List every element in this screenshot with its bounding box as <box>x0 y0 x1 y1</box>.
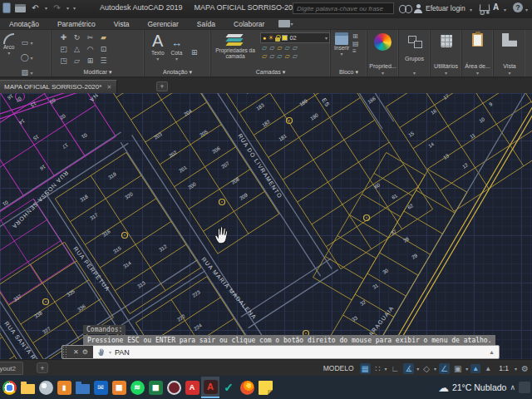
help-icon[interactable]: ? <box>513 2 523 12</box>
taskbar-earth[interactable] <box>37 377 55 398</box>
help-caret-icon[interactable]: ▾ <box>525 7 528 12</box>
text-label[interactable]: Texto <box>151 50 165 56</box>
layer-tool-icon[interactable]: ▱ <box>277 52 282 60</box>
explode-icon[interactable]: ⊡ <box>98 44 109 54</box>
weather-text[interactable]: 21°C Nublado <box>452 382 507 392</box>
arc-caret-icon[interactable]: ▾ <box>3 50 14 56</box>
rectangle-icon[interactable]: ▭ <box>19 37 30 47</box>
panel-groups-collapsed[interactable]: Grupos ▾ <box>399 30 431 76</box>
dim-caret-icon[interactable]: ▾ <box>171 56 183 62</box>
command-bar-grip[interactable] <box>62 346 68 358</box>
erase-icon[interactable]: ▰ <box>98 32 109 42</box>
taskbar-autocad-active[interactable]: A <box>201 377 219 398</box>
modify-panel-label[interactable]: Modificar ▾ <box>52 69 144 76</box>
panel-utilities-collapsed[interactable]: Utilitários ▾ <box>431 30 462 76</box>
new-drawing-tab-button[interactable]: + <box>156 81 168 91</box>
block-panel-label[interactable]: Bloco ▾ <box>331 69 367 76</box>
text-icon[interactable]: A <box>151 32 165 50</box>
command-options-caret-icon[interactable]: ▾ <box>109 349 111 355</box>
file-tab-active[interactable]: MAPA OFICIAL SORRISO-2020*✕ <box>0 80 117 93</box>
file-tab-close-icon[interactable]: ✕ <box>106 84 111 90</box>
ribbon-display-icon[interactable] <box>278 20 290 27</box>
dimension-icon[interactable]: ↔ <box>171 37 182 49</box>
annotation-visibility-icon[interactable]: ▲ <box>470 364 480 373</box>
layer-tool-icon[interactable]: ▱ <box>293 44 298 52</box>
isodraft-icon[interactable]: ◇ <box>421 363 431 374</box>
panel-properties-collapsed[interactable]: Propried... ▾ <box>367 30 399 76</box>
share-caret-icon[interactable]: ▾ <box>504 7 506 12</box>
text-caret-icon[interactable]: ▾ <box>151 56 165 62</box>
osnap-tracking-icon[interactable]: ∠ <box>439 363 450 374</box>
command-close-icon[interactable]: ✕ <box>73 348 79 356</box>
taskbar-calendar[interactable]: ▦ <box>110 377 128 398</box>
search-input[interactable] <box>293 2 394 14</box>
command-input[interactable] <box>115 348 485 357</box>
recent-commands-icon[interactable]: ▲ <box>489 349 499 355</box>
layer-tool-icon[interactable]: ▱ <box>284 44 289 52</box>
table-icon[interactable]: ⊞ <box>189 47 200 57</box>
layer-properties-button[interactable]: Propriedades da camada <box>214 32 257 60</box>
redo-icon[interactable]: ↷ <box>52 2 62 13</box>
taskbar-spotify[interactable]: ≋ <box>128 377 146 398</box>
insert-button[interactable]: Inserir ▾ <box>334 32 349 57</box>
tab-gerenciar[interactable]: Gerenciar <box>139 18 188 30</box>
snap-toggle-icon[interactable]: ∷ <box>373 363 382 374</box>
tab-vista[interactable]: Vista <box>105 18 139 30</box>
taskbar-photos[interactable] <box>165 377 183 398</box>
block-edit-icon[interactable]: ⊞ <box>352 32 359 40</box>
offset-icon[interactable]: ☰ <box>98 56 109 66</box>
fillet-icon[interactable]: ◠ <box>85 44 96 54</box>
layers-panel-label[interactable]: Camadas ▾ <box>211 69 330 76</box>
tray-expand-caret-icon[interactable]: ∧ <box>510 383 515 392</box>
block-def-icon[interactable]: ≡ <box>352 47 359 55</box>
taskbar-excel[interactable]: ▦ <box>146 377 165 398</box>
polar-tracking-icon[interactable]: ∡ <box>403 363 414 374</box>
login-button[interactable]: Efetuar login <box>426 4 466 12</box>
layer-tool-icon[interactable]: ▱ <box>277 44 282 52</box>
layer-tool-icon[interactable]: ▱ <box>284 52 289 60</box>
snap-caret-icon[interactable]: ▾ <box>384 366 387 372</box>
isodraft-caret-icon[interactable]: ▾ <box>434 366 436 372</box>
grid-toggle-icon[interactable]: ▦ <box>360 363 371 374</box>
taskbar-folder-blue[interactable] <box>73 377 91 398</box>
layer-tool-icon[interactable]: ▱ <box>262 52 267 60</box>
drawing-area[interactable]: RUA DO LIVRAMENTORUA NOSSA SENHORARUA PE… <box>0 93 532 359</box>
polar-caret-icon[interactable]: ▾ <box>416 366 419 372</box>
osnap-caret-icon[interactable]: ▾ <box>466 366 468 372</box>
layer-tool-icon[interactable]: ▱ <box>262 44 267 52</box>
rectangle-caret-icon[interactable]: ▾ <box>30 41 32 46</box>
redo-caret-icon[interactable]: ▾ <box>66 5 69 11</box>
arc-label[interactable]: Arco <box>3 44 14 50</box>
layer-tool-icon[interactable]: ▱ <box>293 52 298 60</box>
user-icon[interactable] <box>414 4 422 13</box>
tab-saida[interactable]: Saída <box>188 18 224 30</box>
mirror-icon[interactable]: △ <box>71 44 82 54</box>
plot-icon[interactable] <box>15 4 26 12</box>
tray-icon-partial[interactable] <box>519 382 530 393</box>
stretch-icon[interactable]: ◳ <box>58 56 69 66</box>
ortho-toggle-icon[interactable]: ∟ <box>389 363 401 374</box>
block-attr-icon[interactable]: ▤ <box>352 40 359 47</box>
hatch-icon[interactable]: ▨ <box>19 67 30 77</box>
command-line-bar[interactable]: ✕ ⚙ ▾ ▲ <box>62 345 500 359</box>
layer-tool-icon[interactable]: ▱ <box>269 44 274 52</box>
layer-tool-icon[interactable]: ▱ <box>269 52 274 60</box>
arc-icon[interactable] <box>3 33 14 44</box>
ellipse-caret-icon[interactable]: ▾ <box>30 56 32 61</box>
scale-caret-icon[interactable]: ▾ <box>515 366 517 372</box>
save-icon[interactable] <box>2 2 11 13</box>
ellipse-icon[interactable]: ◯ <box>19 52 30 62</box>
annotation-panel-label[interactable]: Anotação ▾ <box>145 69 210 76</box>
scale-icon[interactable]: ▱ <box>71 56 82 66</box>
app-store-cart-icon[interactable] <box>480 4 490 11</box>
customization-gear-icon[interactable]: ⚙ <box>520 363 530 374</box>
panel-view-collapsed[interactable]: Vista ▾ <box>494 30 525 76</box>
command-customize-icon[interactable]: ⚙ <box>82 348 88 356</box>
model-space-button[interactable]: MODELO <box>320 362 357 374</box>
login-caret-icon[interactable]: ▾ <box>470 7 472 12</box>
qat-menu-caret-icon[interactable]: ▾ <box>73 5 76 11</box>
move-icon[interactable]: ✚ <box>58 32 69 42</box>
tab-colaborar[interactable]: Colaborar <box>224 18 273 30</box>
undo-caret-icon[interactable]: ▾ <box>45 5 47 11</box>
trim-icon[interactable]: ✂ <box>85 32 96 42</box>
